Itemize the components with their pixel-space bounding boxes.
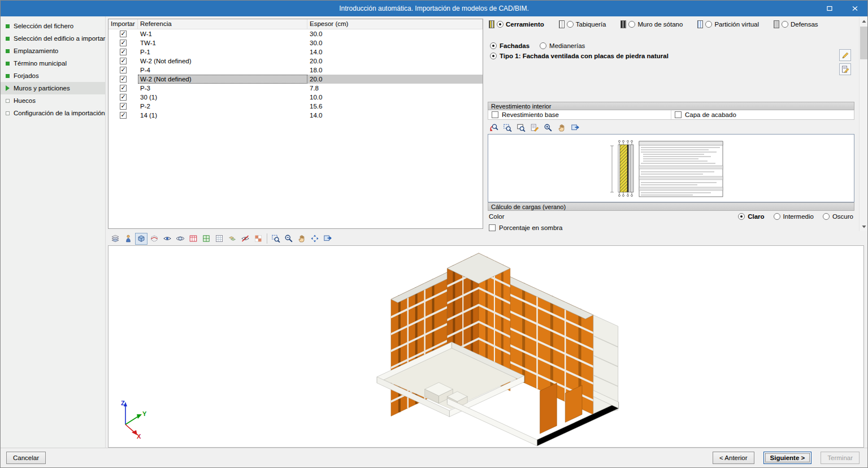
espesor-cell[interactable]: 10.0 — [307, 93, 483, 102]
facade-type-radio[interactable] — [490, 53, 497, 59]
siguiente-button[interactable]: Siguiente > — [763, 452, 812, 464]
revestimiento-base-option[interactable]: Revestimiento base — [488, 110, 671, 119]
revestimiento-base-checkbox[interactable] — [492, 111, 498, 118]
sombra-option[interactable]: Porcentaje en sombra — [489, 223, 563, 231]
scrollbar-thumb[interactable] — [860, 27, 868, 59]
import-checkbox[interactable] — [120, 85, 127, 92]
windows-button[interactable] — [200, 233, 212, 245]
import-checkbox[interactable] — [120, 40, 127, 46]
color-option[interactable]: Claro — [738, 213, 764, 220]
visibility-button[interactable] — [161, 233, 173, 245]
referencia-cell[interactable]: W-2 (Not defined) — [138, 57, 307, 66]
anterior-button[interactable]: < Anterior — [713, 452, 754, 464]
maximize-button[interactable] — [817, 1, 842, 16]
scroll-down-button[interactable] — [860, 222, 868, 231]
table-row[interactable]: P-37.8 — [108, 84, 483, 93]
wall-type-option[interactable]: Partición virtual — [697, 20, 759, 28]
layers3d-button[interactable] — [226, 233, 238, 245]
wall-type-option[interactable]: Tabiquería — [559, 20, 606, 28]
referencia-cell[interactable]: W-1 — [138, 29, 307, 38]
column-header[interactable]: Espesor (cm) — [307, 19, 483, 29]
column-header[interactable]: Referencia — [138, 19, 307, 29]
table-row[interactable]: W-130.0 — [108, 29, 483, 38]
import-checkbox[interactable] — [120, 112, 127, 119]
espesor-cell[interactable]: 20.0 — [307, 75, 483, 84]
color-radio[interactable] — [738, 213, 745, 220]
zoom-window-button[interactable] — [270, 233, 282, 245]
referencia-cell[interactable]: P-4 — [138, 66, 307, 75]
facade-type-option[interactable]: Tipo 1: Fachada ventilada con placas de … — [490, 51, 669, 60]
grid-button[interactable] — [213, 233, 225, 245]
import-checkbox[interactable] — [120, 103, 127, 110]
terminar-button[interactable]: Terminar — [821, 452, 860, 464]
sidebar-item[interactable]: Huecos — [1, 94, 105, 107]
referencia-cell[interactable]: P-2 — [138, 102, 307, 111]
table-row[interactable]: W-2 (Not defined)20.0 — [108, 57, 483, 66]
referencia-cell[interactable]: 14 (1) — [138, 111, 307, 120]
import-checkbox[interactable] — [120, 94, 127, 101]
facade-radio[interactable] — [540, 42, 546, 49]
espesor-cell[interactable]: 15.6 — [307, 102, 483, 111]
wall-section-preview[interactable] — [488, 134, 854, 202]
sidebar-item[interactable]: Configuración de la importación — [1, 107, 105, 119]
zoom-out-button[interactable] — [283, 233, 295, 245]
table-row[interactable]: 30 (1)10.0 — [108, 93, 483, 102]
zoom-window-button[interactable] — [501, 122, 514, 134]
table-row[interactable]: P-418.0 — [108, 66, 483, 75]
section-box-button[interactable] — [148, 233, 160, 245]
facade-option[interactable]: Fachadas — [490, 42, 530, 49]
import-checkbox[interactable] — [120, 67, 127, 73]
orbit-button[interactable] — [174, 233, 186, 245]
sidebar-item[interactable]: Forjados — [1, 70, 105, 82]
sombra-checkbox[interactable] — [489, 224, 496, 231]
color-option[interactable]: Oscuro — [823, 213, 853, 220]
espesor-cell[interactable]: 14.0 — [307, 47, 483, 57]
color-option[interactable]: Intermedio — [774, 213, 814, 220]
column-header[interactable]: Importar — [108, 19, 138, 29]
import-checkbox[interactable] — [120, 49, 127, 55]
import-checkbox[interactable] — [120, 76, 127, 83]
wall-type-option[interactable]: Defensas — [774, 20, 818, 28]
wall-type-option[interactable]: Muro de sótano — [620, 20, 683, 28]
espesor-cell[interactable]: 7.8 — [307, 84, 483, 93]
capa-acabado-option[interactable]: Capa de acabado — [671, 110, 854, 119]
wall-type-option[interactable]: Cerramiento — [489, 20, 544, 28]
sidebar-item[interactable]: Emplazamiento — [1, 45, 105, 57]
solid-view-button[interactable] — [135, 233, 147, 245]
table-row[interactable]: P-215.6 — [108, 102, 483, 111]
color-radio[interactable] — [774, 213, 780, 220]
edit-type-button[interactable] — [839, 49, 851, 61]
wall-type-radio[interactable] — [628, 21, 635, 28]
fit-view-button[interactable] — [309, 233, 321, 245]
referencia-cell[interactable]: P-1 — [138, 47, 307, 57]
import-checkbox[interactable] — [120, 31, 127, 37]
referencia-cell[interactable]: P-3 — [138, 84, 307, 93]
import-checkbox[interactable] — [120, 58, 127, 64]
wall-type-radio[interactable] — [567, 21, 574, 28]
referencia-cell[interactable]: W-2 (Not defined) — [138, 75, 307, 84]
espesor-cell[interactable]: 14.0 — [307, 111, 483, 120]
redraw-button[interactable] — [528, 122, 541, 134]
sidebar-item[interactable]: Selección del edificio a importar — [1, 32, 105, 45]
sidebar-item[interactable]: Muros y particiones — [1, 82, 105, 94]
person-button[interactable] — [122, 233, 134, 245]
capa-acabado-checkbox[interactable] — [675, 111, 682, 118]
hide-elements-button[interactable] — [239, 233, 251, 245]
export-view-button[interactable] — [322, 233, 334, 245]
color-radio[interactable] — [823, 213, 830, 220]
espesor-cell[interactable]: 30.0 — [307, 29, 483, 38]
referencia-cell[interactable]: TW-1 — [138, 38, 307, 47]
floors-button[interactable] — [109, 233, 121, 245]
facade-radio[interactable] — [490, 42, 497, 49]
wall-type-radio[interactable] — [705, 21, 712, 28]
table-row[interactable]: TW-130.0 — [108, 38, 483, 47]
sidebar-item[interactable]: Selección del fichero — [1, 20, 105, 32]
pan-button[interactable] — [555, 122, 568, 134]
wall-type-radio[interactable] — [782, 21, 788, 28]
facade-option[interactable]: Medianerías — [540, 42, 585, 49]
table-row[interactable]: 14 (1)14.0 — [108, 111, 483, 120]
espesor-cell[interactable]: 18.0 — [307, 66, 483, 75]
viewport-3d[interactable]: Z Y X — [108, 245, 864, 448]
references-button[interactable] — [187, 233, 199, 245]
zoom-all-button[interactable] — [515, 122, 527, 134]
